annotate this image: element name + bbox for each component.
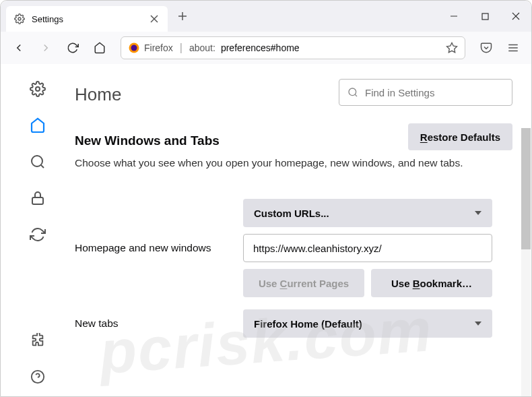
svg-point-15 (36, 87, 40, 91)
settings-search[interactable] (339, 79, 512, 106)
use-bookmark-button[interactable]: Use Bookmark… (371, 269, 492, 297)
svg-point-10 (131, 45, 137, 51)
preferences-page: Home Restore Defaults New Windows and Ta… (1, 64, 531, 397)
sidebar-help[interactable] (29, 368, 46, 386)
sidebar (1, 64, 75, 397)
section-description: Choose what you see when you open your h… (75, 155, 512, 171)
identity-label: Firefox (144, 42, 173, 53)
homepage-mode-select[interactable]: Custom URLs... (243, 199, 492, 227)
menu-button[interactable] (502, 36, 525, 59)
homepage-label: Homepage and new windows (75, 242, 243, 254)
minimize-button[interactable] (438, 1, 469, 32)
titlebar: Settings (1, 1, 531, 32)
content-area: Home Restore Defaults New Windows and Ta… (75, 64, 531, 397)
sidebar-extensions[interactable] (29, 332, 46, 349)
new-tab-button[interactable] (172, 5, 193, 27)
use-current-pages-button[interactable]: Use Current Pages (243, 269, 364, 297)
svg-line-22 (355, 94, 357, 96)
url-path: preferences#home (221, 42, 300, 53)
firefox-identity: Firefox (128, 42, 173, 54)
tab-title: Settings (32, 14, 142, 24)
maximize-button[interactable] (469, 1, 500, 32)
svg-rect-18 (32, 197, 43, 204)
newtabs-select[interactable]: Firefox Home (Default) (243, 309, 492, 338)
restore-defaults-button[interactable]: Restore Defaults (408, 123, 512, 150)
address-bar[interactable]: Firefox | about:preferences#home (121, 36, 465, 59)
back-button[interactable] (7, 36, 30, 59)
svg-marker-11 (447, 43, 457, 53)
sidebar-general[interactable] (29, 80, 46, 98)
scrollbar-thumb[interactable] (521, 128, 531, 249)
scrollbar[interactable] (521, 128, 531, 397)
reload-button[interactable] (61, 36, 84, 59)
window-controls (438, 1, 531, 32)
svg-line-17 (41, 165, 44, 168)
star-icon[interactable] (446, 42, 458, 54)
close-button[interactable] (500, 1, 531, 32)
search-icon (347, 87, 358, 98)
sidebar-search[interactable] (29, 153, 46, 171)
home-button[interactable] (88, 36, 111, 59)
newtabs-label: New tabs (75, 317, 243, 330)
svg-rect-6 (482, 13, 488, 20)
url-protocol: about: (189, 42, 215, 53)
pocket-button[interactable] (475, 36, 498, 59)
tab-settings[interactable]: Settings (6, 6, 168, 32)
firefox-icon (128, 42, 140, 54)
separator: | (178, 42, 184, 54)
svg-point-21 (349, 88, 356, 96)
toolbar: Firefox | about:preferences#home (1, 32, 531, 64)
close-icon[interactable] (149, 13, 160, 24)
sidebar-privacy[interactable] (29, 189, 46, 207)
svg-point-16 (32, 156, 42, 166)
sidebar-home[interactable] (29, 117, 46, 134)
settings-search-input[interactable] (365, 87, 504, 98)
sidebar-sync[interactable] (29, 226, 46, 243)
forward-button[interactable] (34, 36, 57, 59)
gear-icon (14, 13, 25, 24)
svg-point-0 (18, 18, 21, 20)
homepage-url-input[interactable] (243, 234, 492, 262)
